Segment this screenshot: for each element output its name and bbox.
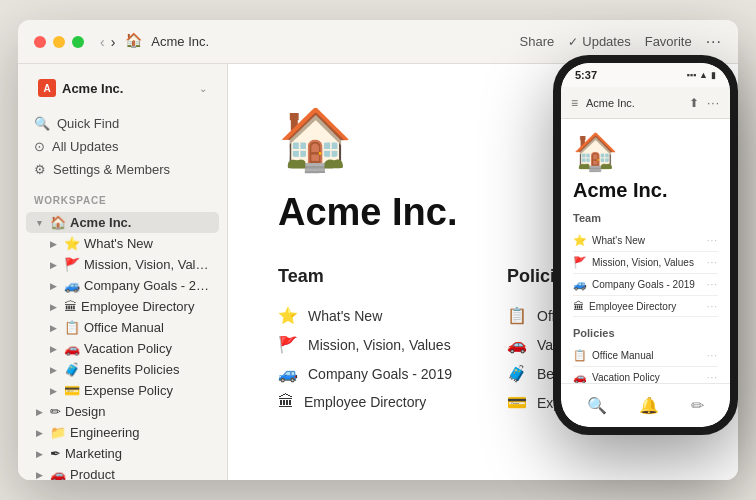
phone-nav-bar: ≡ Acme Inc. ⬆ ··· [561, 87, 730, 119]
toggle-engineering[interactable]: ▶ [32, 426, 46, 440]
phone-policies-label: Policies [573, 327, 718, 339]
phone-policies-section: Policies 📋 Office Manual ··· 🚗 Vacation … [573, 327, 718, 383]
phone-share-icon[interactable]: ⬆ [689, 96, 699, 110]
tree-item-mission[interactable]: ▶ 🚩 Mission, Vision, Values [40, 254, 219, 275]
car2-icon: 🚗 [507, 335, 527, 354]
battery-icon: ▮ [711, 70, 716, 80]
acme-children: ▶ ⭐ What's New ▶ 🚩 Mission, Vision, Valu… [26, 233, 219, 401]
phone-bell-icon[interactable]: 🔔 [639, 396, 659, 415]
sidebar-nav: 🔍 Quick Find ⊙ All Updates ⚙ Settings & … [18, 108, 227, 185]
tree-item-acme[interactable]: ▾ 🏠 Acme Inc. [26, 212, 219, 233]
workspace-section-label: WORKSPACE [18, 185, 227, 210]
list-item[interactable]: 🚙 Company Goals - 2019 [278, 359, 459, 388]
list-item[interactable]: 🏛 Employee Directory [278, 388, 459, 416]
toggle-expense[interactable]: ▶ [46, 384, 60, 398]
tree-item-whats-new[interactable]: ▶ ⭐ What's New [40, 233, 219, 254]
flag-icon: 🚩 [278, 335, 298, 354]
wifi-icon: ▲ [699, 70, 708, 80]
car-icon: 🚙 [278, 364, 298, 383]
toggle-product[interactable]: ▶ [32, 468, 46, 481]
tree-item-product[interactable]: ▶ 🚗 Product [26, 464, 219, 480]
sidebar-item-settings[interactable]: ⚙ Settings & Members [26, 158, 219, 181]
traffic-lights [34, 36, 84, 48]
toggle-employee-dir[interactable]: ▶ [46, 300, 60, 314]
updates-button[interactable]: ✓ Updates [568, 34, 630, 49]
star-icon: ⭐ [278, 306, 298, 325]
toggle-design[interactable]: ▶ [32, 405, 46, 419]
favorite-button[interactable]: Favorite [645, 34, 692, 49]
toggle-company-goals[interactable]: ▶ [46, 279, 60, 293]
minimize-button[interactable] [53, 36, 65, 48]
nav-arrows: ‹ › [100, 34, 115, 50]
title-bar-actions: Share ✓ Updates Favorite ··· [520, 33, 722, 51]
workspace-logo: A [38, 79, 56, 97]
phone-content: 🏠 Acme Inc. Team ⭐ What's New ··· 🚩 Miss… [561, 119, 730, 383]
team-heading: Team [278, 266, 459, 287]
phone-bottom-bar: 🔍 🔔 ✏ [561, 383, 730, 427]
luggage-icon: 🧳 [507, 364, 527, 383]
toggle-marketing[interactable]: ▶ [32, 447, 46, 461]
workspace-title: Acme Inc. [62, 81, 193, 96]
tree-item-office-manual[interactable]: ▶ 📋 Office Manual [40, 317, 219, 338]
building-icon: 🏛 [278, 393, 294, 411]
page-icon: 🏠 [125, 32, 145, 52]
sidebar-header: A Acme Inc. ⌄ [18, 64, 227, 108]
sidebar: A Acme Inc. ⌄ 🔍 Quick Find ⊙ All Updates… [18, 64, 228, 480]
sidebar-tree: ▾ 🏠 Acme Inc. ▶ ⭐ What's New ▶ 🚩 Mission… [18, 210, 227, 480]
phone-list-item[interactable]: 🚩 Mission, Vision, Values ··· [573, 252, 718, 274]
hamburger-icon[interactable]: ≡ [571, 96, 578, 110]
team-column: Team ⭐ What's New 🚩 Mission, Vision, Val… [278, 266, 459, 417]
updates-icon: ⊙ [34, 139, 45, 154]
phone-screen: 5:37 ▪▪▪ ▲ ▮ ≡ Acme Inc. ⬆ ··· 🏠 Acme In… [561, 63, 730, 427]
tree-item-company-goals[interactable]: ▶ 🚙 Company Goals - 2019 [40, 275, 219, 296]
tree-item-engineering[interactable]: ▶ 📁 Engineering [26, 422, 219, 443]
toggle-mission[interactable]: ▶ [46, 258, 60, 272]
phone-compose-icon[interactable]: ✏ [691, 396, 704, 415]
check-icon: ✓ [568, 35, 578, 49]
forward-arrow[interactable]: › [111, 34, 116, 50]
list-item[interactable]: ⭐ What's New [278, 301, 459, 330]
close-button[interactable] [34, 36, 46, 48]
phone-list-item[interactable]: 🚗 Vacation Policy ··· [573, 367, 718, 383]
phone-hero-icon: 🏠 [573, 131, 718, 173]
phone-list-item[interactable]: 🏛 Employee Directory ··· [573, 296, 718, 317]
toggle-vacation[interactable]: ▶ [46, 342, 60, 356]
phone-time: 5:37 [575, 69, 597, 81]
settings-icon: ⚙ [34, 162, 46, 177]
signal-icon: ▪▪▪ [687, 70, 697, 80]
sidebar-item-all-updates[interactable]: ⊙ All Updates [26, 135, 219, 158]
phone-more-icon[interactable]: ··· [707, 96, 720, 110]
phone-mockup: 5:37 ▪▪▪ ▲ ▮ ≡ Acme Inc. ⬆ ··· 🏠 Acme In… [553, 55, 738, 435]
phone-team-label: Team [573, 212, 718, 224]
more-button[interactable]: ··· [706, 33, 722, 51]
back-arrow[interactable]: ‹ [100, 34, 105, 50]
toggle-office-manual[interactable]: ▶ [46, 321, 60, 335]
tree-item-design[interactable]: ▶ ✏ Design [26, 401, 219, 422]
phone-status-bar: 5:37 ▪▪▪ ▲ ▮ [561, 63, 730, 87]
workspace-name[interactable]: A Acme Inc. ⌄ [30, 74, 215, 102]
phone-list-item[interactable]: ⭐ What's New ··· [573, 230, 718, 252]
tree-item-benefits[interactable]: ▶ 🧳 Benefits Policies [40, 359, 219, 380]
tree-item-expense[interactable]: ▶ 💳 Expense Policy [40, 380, 219, 401]
tree-item-employee-dir[interactable]: ▶ 🏛 Employee Directory [40, 296, 219, 317]
sidebar-item-quick-find[interactable]: 🔍 Quick Find [26, 112, 219, 135]
phone-page-title: Acme Inc. [573, 179, 718, 202]
toggle-whats-new[interactable]: ▶ [46, 237, 60, 251]
tree-item-marketing[interactable]: ▶ ✒ Marketing [26, 443, 219, 464]
phone-nav-title: Acme Inc. [586, 97, 681, 109]
toggle-benefits[interactable]: ▶ [46, 363, 60, 377]
phone-list-item[interactable]: 📋 Office Manual ··· [573, 345, 718, 367]
maximize-button[interactable] [72, 36, 84, 48]
title-bar-title: Acme Inc. [151, 34, 519, 49]
share-button[interactable]: Share [520, 34, 555, 49]
list-item[interactable]: 🚩 Mission, Vision, Values [278, 330, 459, 359]
search-icon: 🔍 [34, 116, 50, 131]
card-icon: 💳 [507, 393, 527, 412]
tree-item-vacation[interactable]: ▶ 🚗 Vacation Policy [40, 338, 219, 359]
phone-list-item[interactable]: 🚙 Company Goals - 2019 ··· [573, 274, 718, 296]
tree-toggle-acme[interactable]: ▾ [32, 216, 46, 230]
phone-search-icon[interactable]: 🔍 [587, 396, 607, 415]
phone-team-section: Team ⭐ What's New ··· 🚩 Mission, Vision,… [573, 212, 718, 317]
clipboard-icon: 📋 [507, 306, 527, 325]
workspace-chevron-icon: ⌄ [199, 83, 207, 94]
